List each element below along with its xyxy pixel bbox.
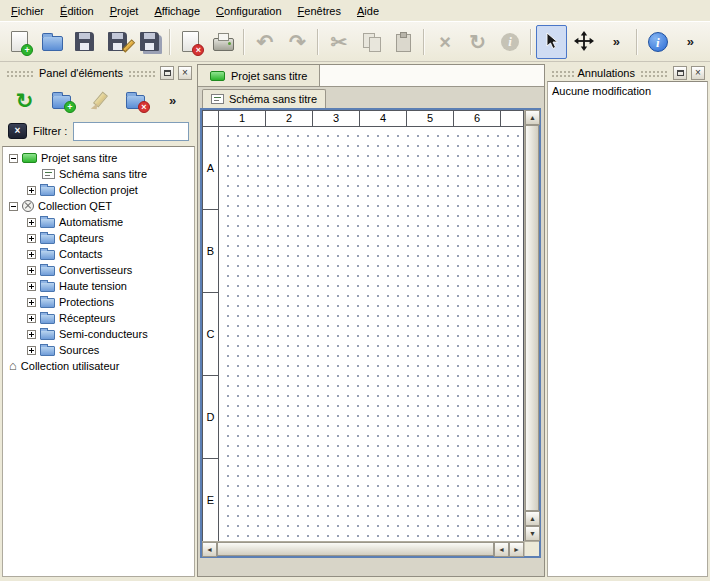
undo-button[interactable]: ↶	[249, 25, 280, 59]
tree-item-collection-utilisateur[interactable]: ⌂ Collection utilisateur	[6, 358, 194, 374]
close-panel-button[interactable]: ×	[691, 66, 705, 80]
tree-item-capteurs[interactable]: Capteurs	[6, 230, 194, 246]
tree-item-haute-tension[interactable]: Haute tension	[6, 278, 194, 294]
select-tool-button[interactable]	[536, 25, 567, 59]
menu-projet[interactable]: Projet	[102, 2, 147, 20]
copy-button[interactable]	[356, 25, 387, 59]
toolbar-overflow-button[interactable]: »	[601, 25, 632, 59]
undo-list[interactable]: Aucune modification	[547, 81, 708, 577]
elements-panel-titlebar[interactable]: Panel d'éléments ×	[2, 64, 195, 81]
menu-configuration[interactable]: Configuration	[208, 2, 289, 20]
tree-item-convertisseurs[interactable]: Convertisseurs	[6, 262, 194, 278]
save-as-button[interactable]	[101, 25, 132, 59]
cut-button[interactable]: ✂	[323, 25, 354, 59]
vertical-scrollbar[interactable]: ▲ ▲ ▼	[524, 110, 539, 541]
filter-input[interactable]	[73, 122, 189, 141]
scroll-up-button[interactable]: ▲	[525, 110, 540, 125]
horizontal-scroll-track[interactable]	[217, 542, 494, 556]
row-ruler: A B C D E	[203, 127, 219, 541]
menu-aide[interactable]: Aide	[349, 2, 387, 20]
scroll-up-button[interactable]: ▲	[525, 511, 540, 526]
dock-grip[interactable]	[5, 69, 35, 77]
clear-filter-button[interactable]: ×	[8, 123, 27, 139]
float-panel-button[interactable]	[160, 66, 174, 80]
folder-icon	[40, 186, 55, 196]
tree-item-recepteurs[interactable]: Récepteurs	[6, 310, 194, 326]
expand-expander-icon[interactable]	[27, 314, 36, 323]
delete-button[interactable]: ×	[429, 25, 460, 59]
row-header: E	[203, 459, 218, 541]
menu-affichage[interactable]: Affichage	[146, 2, 208, 20]
tree-item-projet-sans-titre[interactable]: Projet sans titre	[6, 150, 194, 166]
edit-element-button[interactable]	[84, 85, 113, 115]
help-overflow-button[interactable]: »	[675, 25, 706, 59]
rotate-button[interactable]: ↻	[462, 25, 493, 59]
new-project-button[interactable]: +	[4, 25, 35, 59]
expand-expander-icon[interactable]	[27, 250, 36, 259]
float-panel-button[interactable]	[673, 66, 687, 80]
expand-expander-icon[interactable]	[27, 330, 36, 339]
paste-button[interactable]	[388, 25, 419, 59]
tree-item-label: Haute tension	[59, 280, 127, 292]
reload-collections-button[interactable]: ↻	[10, 85, 39, 115]
tree-item-collection-projet[interactable]: Collection projet	[6, 182, 194, 198]
expand-expander-icon[interactable]	[27, 298, 36, 307]
move-tool-button[interactable]	[568, 25, 599, 59]
expand-expander-icon[interactable]	[27, 282, 36, 291]
print-button[interactable]	[208, 25, 239, 59]
tree-item-label: Schéma sans titre	[59, 168, 147, 180]
delete-element-button[interactable]: ×	[121, 85, 150, 115]
scroll-down-button[interactable]: ▼	[525, 526, 540, 541]
tree-item-collection-qet[interactable]: Collection QET	[6, 198, 194, 214]
folder-icon	[40, 266, 55, 276]
dock-grip[interactable]	[639, 69, 669, 77]
vertical-scroll-track[interactable]	[525, 125, 539, 511]
undo-panel-title: Annulations	[578, 67, 636, 79]
save-all-button[interactable]	[134, 25, 165, 59]
tree-item-automatisme[interactable]: Automatisme	[6, 214, 194, 230]
horizontal-scrollbar[interactable]: ◄ ◄ ►	[202, 542, 524, 556]
schema-icon	[211, 94, 224, 104]
save-button[interactable]	[69, 25, 100, 59]
expand-expander-icon[interactable]	[27, 234, 36, 243]
dock-grip[interactable]	[550, 69, 574, 77]
element-info-button[interactable]: i	[494, 25, 525, 59]
redo-button[interactable]: ↷	[282, 25, 313, 59]
menu-edition[interactable]: Édition	[52, 2, 102, 20]
toolbar-separator	[243, 29, 245, 55]
schema-icon	[42, 169, 55, 179]
close-file-button[interactable]: ×	[175, 25, 206, 59]
expand-expander-icon[interactable]	[27, 186, 36, 195]
new-element-button[interactable]: +	[47, 85, 76, 115]
expand-expander-icon[interactable]	[27, 266, 36, 275]
panel-overflow-button[interactable]: »	[158, 85, 187, 115]
undo-panel-titlebar[interactable]: Annulations ×	[547, 64, 708, 81]
dock-grip[interactable]	[127, 69, 156, 77]
horizontal-scroll-thumb[interactable]	[217, 542, 494, 556]
scroll-left-button[interactable]: ◄	[494, 542, 509, 557]
tree-item-semi-conducteurs[interactable]: Semi-conducteurs	[6, 326, 194, 342]
filter-label: Filtrer :	[33, 125, 67, 137]
expand-expander-icon[interactable]	[27, 218, 36, 227]
project-tab[interactable]: Projet sans titre	[198, 65, 320, 86]
open-project-button[interactable]	[36, 25, 67, 59]
tree-item-sources[interactable]: Sources	[6, 342, 194, 358]
vertical-scroll-thumb[interactable]	[525, 125, 539, 511]
menu-fichier[interactable]: Fichier	[3, 2, 52, 20]
schema-tab[interactable]: Schéma sans titre	[202, 89, 326, 108]
scroll-right-button[interactable]: ►	[509, 542, 524, 557]
tree-item-schema-sans-titre[interactable]: Schéma sans titre	[6, 166, 194, 182]
folder-icon	[40, 250, 55, 260]
tree-item-contacts[interactable]: Contacts	[6, 246, 194, 262]
scroll-left-button[interactable]: ◄	[202, 542, 217, 557]
tree-item-protections[interactable]: Protections	[6, 294, 194, 310]
menu-fenetres[interactable]: Fenêtres	[290, 2, 349, 20]
collapse-expander-icon[interactable]	[9, 154, 18, 163]
toolbar-separator	[423, 29, 425, 55]
close-panel-button[interactable]: ×	[178, 66, 192, 80]
about-button[interactable]: i	[642, 25, 673, 59]
diagram-canvas[interactable]	[219, 127, 523, 541]
collapse-expander-icon[interactable]	[9, 202, 18, 211]
expand-expander-icon[interactable]	[27, 346, 36, 355]
ruler-tail	[501, 111, 523, 126]
